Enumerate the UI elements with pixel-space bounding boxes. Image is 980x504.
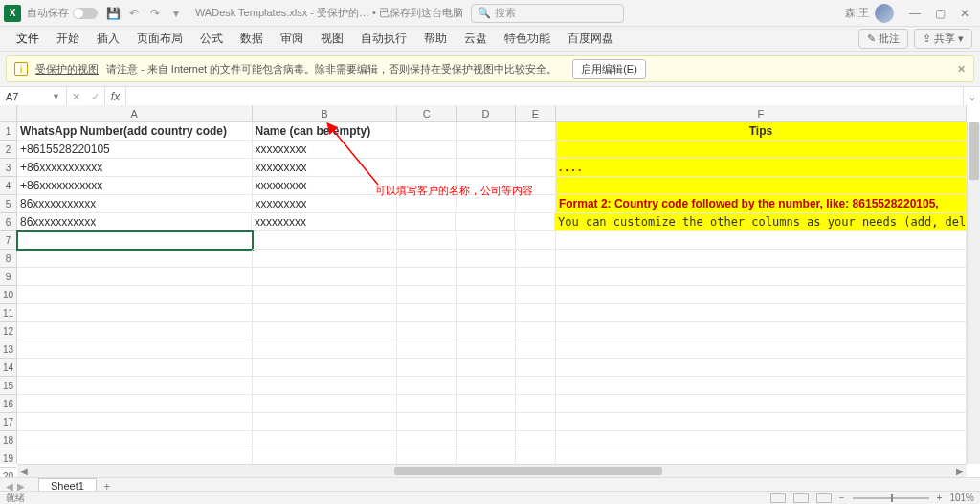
cell[interactable] (556, 377, 967, 395)
cell[interactable] (17, 286, 253, 304)
cell[interactable] (556, 359, 967, 377)
cell[interactable] (556, 413, 967, 431)
scroll-right-icon[interactable]: ▶ (953, 466, 967, 476)
cell[interactable] (397, 250, 457, 268)
row-header[interactable]: 7 (0, 231, 16, 250)
cell[interactable] (556, 395, 967, 413)
comments-button[interactable]: ✎ 批注 (858, 29, 908, 49)
cell[interactable] (457, 377, 516, 395)
cell[interactable] (456, 213, 515, 231)
cell[interactable] (457, 286, 516, 304)
cell-C1[interactable] (397, 122, 457, 141)
col-header-A[interactable]: A (17, 105, 253, 121)
cell[interactable] (17, 377, 253, 395)
cell[interactable] (556, 250, 967, 268)
cell[interactable] (516, 304, 556, 322)
cell-B1[interactable]: Name (can be empty) (253, 122, 398, 141)
cell[interactable] (17, 431, 253, 449)
tab-help[interactable]: 帮助 (415, 27, 456, 52)
cell[interactable] (253, 231, 398, 250)
cell[interactable] (457, 359, 516, 377)
cell[interactable] (253, 322, 398, 340)
scroll-thumb[interactable] (969, 122, 979, 180)
zoom-out-icon[interactable]: − (839, 493, 845, 503)
scroll-left-icon[interactable]: ◀ (17, 466, 31, 476)
cell[interactable] (516, 377, 556, 395)
row-header[interactable]: 16 (0, 395, 16, 413)
cell[interactable] (457, 304, 516, 322)
cell-B2[interactable]: xxxxxxxxx (253, 141, 398, 159)
row-header[interactable]: 2 (0, 141, 16, 159)
cell[interactable] (17, 250, 253, 268)
cell[interactable] (253, 377, 398, 395)
tab-home[interactable]: 开始 (48, 27, 88, 52)
user-account[interactable]: 森 王 (845, 4, 894, 23)
cell[interactable] (17, 395, 253, 413)
row-header[interactable]: 4 (0, 177, 16, 195)
avatar[interactable] (875, 4, 894, 23)
row-header[interactable]: 3 (0, 159, 16, 177)
cell-F3[interactable]: . . . . (556, 159, 967, 177)
undo-icon[interactable]: ↶ (126, 7, 142, 20)
cell-A5[interactable]: 86xxxxxxxxxxx (17, 195, 253, 213)
tab-formulas[interactable]: 公式 (191, 27, 232, 52)
tab-data[interactable]: 数据 (232, 27, 272, 52)
tab-view[interactable]: 视图 (312, 27, 352, 52)
cell[interactable] (397, 359, 457, 377)
cell[interactable] (515, 213, 555, 231)
redo-icon[interactable]: ↷ (147, 7, 163, 20)
cancel-formula-icon[interactable]: ✕ (72, 91, 80, 103)
cell[interactable] (516, 159, 556, 177)
cell[interactable] (253, 359, 398, 377)
cell[interactable] (457, 413, 516, 431)
cell-F4[interactable] (556, 177, 967, 195)
row-header[interactable]: 10 (0, 286, 16, 304)
cell[interactable] (397, 322, 457, 340)
normal-view-icon[interactable] (770, 493, 786, 503)
row-header[interactable]: 19 (0, 449, 16, 468)
cell[interactable] (516, 395, 556, 413)
row-header[interactable]: 1 (0, 122, 16, 141)
select-all-button[interactable] (0, 105, 17, 122)
tab-page-layout[interactable]: 页面布局 (128, 27, 191, 52)
cell[interactable] (253, 395, 398, 413)
row-header[interactable]: 13 (0, 340, 16, 359)
enter-formula-icon[interactable]: ✓ (91, 91, 100, 103)
zoom-in-icon[interactable]: + (937, 493, 943, 503)
protected-view-close-icon[interactable]: ✕ (957, 63, 966, 76)
row-header[interactable]: 6 (0, 213, 16, 231)
cell[interactable] (556, 340, 967, 359)
name-box[interactable]: A7 ▼ (0, 87, 67, 106)
row-header[interactable]: 18 (0, 431, 16, 449)
col-header-F[interactable]: F (556, 105, 967, 121)
row-header[interactable]: 9 (0, 268, 16, 286)
cell[interactable] (556, 268, 967, 286)
cell[interactable] (253, 286, 398, 304)
row-header[interactable]: 11 (0, 304, 16, 322)
row-header[interactable]: 17 (0, 413, 16, 431)
tab-features[interactable]: 特色功能 (496, 27, 559, 52)
cell[interactable] (253, 268, 398, 286)
cell-F6[interactable]: You can customize the other columns as y… (555, 213, 967, 231)
share-button[interactable]: ⇪ 共享 ▾ (914, 29, 972, 49)
cell[interactable] (397, 213, 457, 231)
cell[interactable] (457, 159, 516, 177)
cell[interactable] (556, 304, 967, 322)
cell[interactable] (397, 268, 457, 286)
cells-area[interactable]: WhatsApp Number(add country code) Name (… (17, 122, 967, 464)
cell[interactable] (516, 413, 556, 431)
cell[interactable] (516, 250, 556, 268)
cell-F5[interactable]: Format 2: Country code followed by the n… (556, 195, 967, 213)
cell[interactable] (17, 413, 253, 431)
cell[interactable] (556, 322, 967, 340)
page-layout-view-icon[interactable] (793, 493, 809, 503)
cell[interactable] (457, 431, 516, 449)
search-box[interactable]: 🔍 搜索 (471, 4, 624, 23)
cell-A4[interactable]: +86xxxxxxxxxxx (17, 177, 253, 195)
page-break-view-icon[interactable] (816, 493, 832, 503)
cell[interactable] (17, 322, 253, 340)
cell[interactable] (397, 340, 457, 359)
tab-automate[interactable]: 自动执行 (352, 27, 415, 52)
cell[interactable] (17, 304, 253, 322)
qat-dropdown-icon[interactable]: ▾ (168, 7, 184, 20)
